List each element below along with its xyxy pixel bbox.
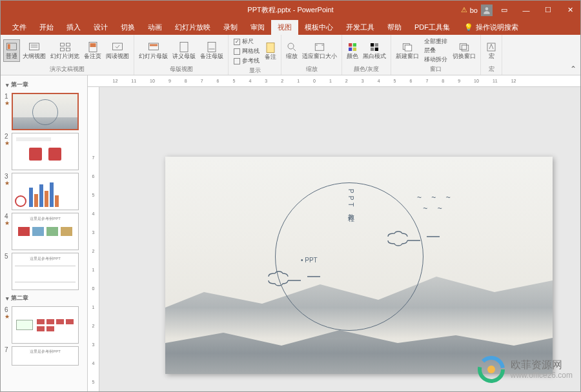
birds[interactable]: ~ ~ ~ ~ ~ xyxy=(417,192,454,214)
vertical-title[interactable]: PPT教程 xyxy=(346,189,355,214)
cloud-2[interactable] xyxy=(385,226,443,247)
cloud-1[interactable] xyxy=(265,266,323,287)
notes-page-button[interactable]: 备注页 xyxy=(82,40,103,61)
color-button[interactable]: 颜色 xyxy=(345,40,360,61)
user-name[interactable]: bo xyxy=(470,6,478,14)
thumb-3[interactable] xyxy=(12,173,79,210)
collapse-ribbon-icon[interactable]: ⌃ xyxy=(570,64,576,74)
menu-pdf[interactable]: PDF工具集 xyxy=(408,20,456,35)
close-icon[interactable]: ✕ xyxy=(560,1,580,19)
handout-master-icon xyxy=(178,41,190,53)
slide-master-button[interactable]: 幻灯片母版 xyxy=(137,40,170,61)
avatar[interactable] xyxy=(481,5,493,16)
macros-button[interactable]: 宏 xyxy=(484,40,499,61)
guides-checkbox[interactable]: 参考线 xyxy=(234,57,260,65)
arrange-all-button[interactable]: 全部重排 xyxy=(424,37,447,46)
thumb-5[interactable]: 这里是参考例PPT xyxy=(12,253,79,290)
notes-master-button[interactable]: 备注母版 xyxy=(198,40,225,61)
section-2-header[interactable]: ▾第二章 xyxy=(2,291,86,305)
slide-master-icon xyxy=(148,41,159,53)
svg-line-20 xyxy=(293,48,296,51)
menu-view[interactable]: 视图 xyxy=(271,20,298,35)
tell-me[interactable]: 💡操作说明搜索 xyxy=(464,23,518,32)
group-zoom: 缩放 适应窗口大小 缩放 xyxy=(281,35,342,75)
outline-view-icon xyxy=(28,41,40,53)
fit-window-button[interactable]: 适应窗口大小 xyxy=(300,40,339,61)
reading-view-button[interactable]: 阅读视图 xyxy=(104,40,131,61)
menu-help[interactable]: 帮助 xyxy=(381,20,408,35)
editor: 1211109876543210123456789101112 76543210… xyxy=(88,75,580,392)
slide-panel[interactable]: ▾第一章 1★ 2★ 3★ 4★ 这里是参考例PPT 5 这里是参考例PPT ▾… xyxy=(1,75,88,392)
svg-rect-31 xyxy=(405,45,412,51)
menu-animations[interactable]: 动画 xyxy=(141,20,168,35)
thumb-4[interactable]: 这里是参考例PPT xyxy=(12,213,79,250)
switch-window-button[interactable]: 切换窗口 xyxy=(451,40,478,61)
thumb-1[interactable] xyxy=(12,93,79,130)
thumb-row-7[interactable]: 7 这里是参考例PPT xyxy=(2,345,86,367)
bulb-icon: 💡 xyxy=(464,23,473,32)
menu-insert[interactable]: 插入 xyxy=(60,20,87,35)
thumb-row-2[interactable]: 2★ xyxy=(2,132,86,172)
svg-rect-32 xyxy=(460,44,467,50)
thumb-row-3[interactable]: 3★ xyxy=(2,172,86,211)
menu-file[interactable]: 文件 xyxy=(6,20,33,35)
animation-star-icon: ★ xyxy=(5,220,10,226)
group-label: 窗口 xyxy=(430,65,442,75)
menu-record[interactable]: 录制 xyxy=(217,20,244,35)
handout-master-button[interactable]: 讲义母版 xyxy=(170,40,198,61)
group-label: 缩放 xyxy=(306,65,318,75)
thumb-7[interactable]: 这里是参考例PPT xyxy=(12,346,79,366)
normal-view-icon xyxy=(6,41,17,53)
thumb-row-4[interactable]: 4★ 这里是参考例PPT xyxy=(2,211,86,251)
thumb-row-6[interactable]: 6★ xyxy=(2,305,86,345)
svg-rect-14 xyxy=(150,44,158,46)
menu-transitions[interactable]: 切换 xyxy=(114,20,141,35)
svg-rect-12 xyxy=(113,43,123,50)
gridlines-checkbox[interactable]: 网格线 xyxy=(234,47,260,55)
new-window-button[interactable]: 新建窗口 xyxy=(394,40,421,61)
menu-slideshow[interactable]: 幻灯片放映 xyxy=(168,20,217,35)
bw-button[interactable]: 黑白模式 xyxy=(361,40,388,61)
group-macros: 宏 宏 xyxy=(481,35,502,75)
section-1-header[interactable]: ▾第一章 xyxy=(2,78,86,92)
cascade-button[interactable]: 层叠 xyxy=(424,46,447,55)
ribbon-display-icon[interactable]: ▭ xyxy=(494,1,515,19)
warning-icon[interactable]: ⚠ xyxy=(461,6,467,14)
macros-icon xyxy=(485,41,497,53)
menu-review[interactable]: 审阅 xyxy=(244,20,271,35)
sorter-view-button[interactable]: 幻灯片浏览 xyxy=(48,40,81,61)
menu-developer[interactable]: 开发工具 xyxy=(340,20,381,35)
group-label: 母版视图 xyxy=(170,65,193,75)
chevron-down-icon: ▾ xyxy=(6,295,9,302)
split-button[interactable]: 移动拆分 xyxy=(424,55,447,64)
zoom-button[interactable]: 缩放 xyxy=(284,40,300,61)
group-presentation-views: 普通 大纲视图 幻灯片浏览 备注页 阅读视图 演示文稿视图 xyxy=(1,35,134,75)
group-show: ✓标尺 网格线 参考线 备注 显示 xyxy=(229,35,281,75)
menu-templates[interactable]: 模板中心 xyxy=(298,20,340,35)
slide-canvas[interactable]: PPT教程 • PPT ~ ~ ~ ~ ~ xyxy=(165,157,553,374)
svg-rect-25 xyxy=(353,48,356,51)
thumb-row-5[interactable]: 5 这里是参考例PPT xyxy=(2,251,86,291)
thumb-6[interactable] xyxy=(12,306,79,344)
thumb-2[interactable] xyxy=(12,133,79,170)
notes-button[interactable]: 备注 xyxy=(263,41,278,62)
svg-rect-22 xyxy=(349,43,352,46)
bullet-text[interactable]: • PPT xyxy=(301,257,318,264)
minimize-icon[interactable]: — xyxy=(516,1,536,19)
maximize-icon[interactable]: ☐ xyxy=(538,1,558,19)
menu-home[interactable]: 开始 xyxy=(33,20,60,35)
window-stack: 全部重排 层叠 移动拆分 xyxy=(422,36,450,65)
svg-rect-16 xyxy=(208,43,216,52)
svg-point-37 xyxy=(487,366,495,373)
group-label: 演示文稿视图 xyxy=(50,65,85,75)
outline-view-button[interactable]: 大纲视图 xyxy=(21,40,48,61)
svg-rect-2 xyxy=(8,44,10,50)
normal-view-button[interactable]: 普通 xyxy=(3,39,20,62)
thumb-number: 7 xyxy=(5,346,10,353)
show-checkboxes: ✓标尺 网格线 参考线 xyxy=(231,36,262,66)
canvas-area[interactable]: PPT教程 • PPT ~ ~ ~ ~ ~ xyxy=(88,87,580,392)
menu-design[interactable]: 设计 xyxy=(87,20,114,35)
thumb-row-1[interactable]: 1★ xyxy=(2,92,86,132)
svg-rect-26 xyxy=(371,43,374,46)
ruler-checkbox[interactable]: ✓标尺 xyxy=(234,37,260,46)
